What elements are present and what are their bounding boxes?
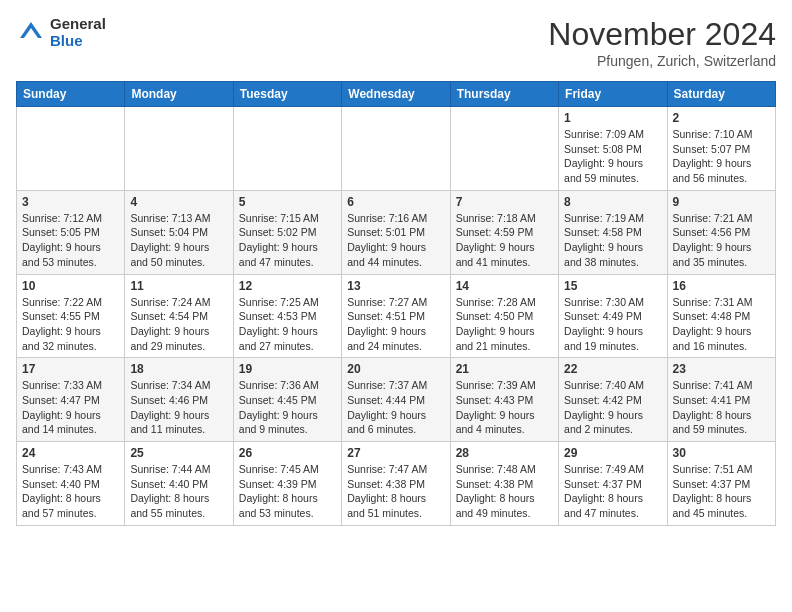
day-number: 21 [456, 362, 553, 376]
calendar-cell: 15Sunrise: 7:30 AMSunset: 4:49 PMDayligh… [559, 274, 667, 358]
weekday-header: Tuesday [233, 82, 341, 107]
day-number: 4 [130, 195, 227, 209]
calendar-cell: 12Sunrise: 7:25 AMSunset: 4:53 PMDayligh… [233, 274, 341, 358]
calendar-cell: 16Sunrise: 7:31 AMSunset: 4:48 PMDayligh… [667, 274, 775, 358]
calendar-cell [233, 107, 341, 191]
day-info: Sunrise: 7:16 AMSunset: 5:01 PMDaylight:… [347, 211, 444, 270]
day-number: 25 [130, 446, 227, 460]
calendar-cell: 26Sunrise: 7:45 AMSunset: 4:39 PMDayligh… [233, 442, 341, 526]
day-info: Sunrise: 7:49 AMSunset: 4:37 PMDaylight:… [564, 462, 661, 521]
day-info: Sunrise: 7:21 AMSunset: 4:56 PMDaylight:… [673, 211, 770, 270]
calendar-header-row: SundayMondayTuesdayWednesdayThursdayFrid… [17, 82, 776, 107]
calendar-cell: 22Sunrise: 7:40 AMSunset: 4:42 PMDayligh… [559, 358, 667, 442]
weekday-header: Monday [125, 82, 233, 107]
logo-icon [16, 18, 46, 48]
logo-text: General Blue [50, 16, 106, 49]
day-info: Sunrise: 7:13 AMSunset: 5:04 PMDaylight:… [130, 211, 227, 270]
day-info: Sunrise: 7:51 AMSunset: 4:37 PMDaylight:… [673, 462, 770, 521]
day-info: Sunrise: 7:25 AMSunset: 4:53 PMDaylight:… [239, 295, 336, 354]
day-number: 28 [456, 446, 553, 460]
day-number: 16 [673, 279, 770, 293]
calendar-cell: 10Sunrise: 7:22 AMSunset: 4:55 PMDayligh… [17, 274, 125, 358]
calendar-cell: 5Sunrise: 7:15 AMSunset: 5:02 PMDaylight… [233, 190, 341, 274]
calendar-week-row: 3Sunrise: 7:12 AMSunset: 5:05 PMDaylight… [17, 190, 776, 274]
day-info: Sunrise: 7:12 AMSunset: 5:05 PMDaylight:… [22, 211, 119, 270]
day-number: 29 [564, 446, 661, 460]
calendar-week-row: 17Sunrise: 7:33 AMSunset: 4:47 PMDayligh… [17, 358, 776, 442]
weekday-header: Sunday [17, 82, 125, 107]
calendar-cell: 9Sunrise: 7:21 AMSunset: 4:56 PMDaylight… [667, 190, 775, 274]
calendar-cell: 4Sunrise: 7:13 AMSunset: 5:04 PMDaylight… [125, 190, 233, 274]
calendar-cell: 27Sunrise: 7:47 AMSunset: 4:38 PMDayligh… [342, 442, 450, 526]
day-info: Sunrise: 7:45 AMSunset: 4:39 PMDaylight:… [239, 462, 336, 521]
calendar-cell [450, 107, 558, 191]
day-info: Sunrise: 7:09 AMSunset: 5:08 PMDaylight:… [564, 127, 661, 186]
day-info: Sunrise: 7:34 AMSunset: 4:46 PMDaylight:… [130, 378, 227, 437]
weekday-header: Thursday [450, 82, 558, 107]
calendar-week-row: 24Sunrise: 7:43 AMSunset: 4:40 PMDayligh… [17, 442, 776, 526]
day-number: 18 [130, 362, 227, 376]
day-number: 11 [130, 279, 227, 293]
day-number: 27 [347, 446, 444, 460]
day-info: Sunrise: 7:31 AMSunset: 4:48 PMDaylight:… [673, 295, 770, 354]
day-info: Sunrise: 7:18 AMSunset: 4:59 PMDaylight:… [456, 211, 553, 270]
calendar-table: SundayMondayTuesdayWednesdayThursdayFrid… [16, 81, 776, 526]
calendar-cell: 11Sunrise: 7:24 AMSunset: 4:54 PMDayligh… [125, 274, 233, 358]
calendar-cell: 14Sunrise: 7:28 AMSunset: 4:50 PMDayligh… [450, 274, 558, 358]
calendar-cell: 20Sunrise: 7:37 AMSunset: 4:44 PMDayligh… [342, 358, 450, 442]
day-number: 12 [239, 279, 336, 293]
day-info: Sunrise: 7:40 AMSunset: 4:42 PMDaylight:… [564, 378, 661, 437]
day-info: Sunrise: 7:43 AMSunset: 4:40 PMDaylight:… [22, 462, 119, 521]
day-number: 14 [456, 279, 553, 293]
day-info: Sunrise: 7:36 AMSunset: 4:45 PMDaylight:… [239, 378, 336, 437]
weekday-header: Wednesday [342, 82, 450, 107]
day-info: Sunrise: 7:47 AMSunset: 4:38 PMDaylight:… [347, 462, 444, 521]
calendar-cell: 6Sunrise: 7:16 AMSunset: 5:01 PMDaylight… [342, 190, 450, 274]
calendar-cell: 28Sunrise: 7:48 AMSunset: 4:38 PMDayligh… [450, 442, 558, 526]
logo-blue: Blue [50, 33, 106, 50]
title-block: November 2024 Pfungen, Zurich, Switzerla… [548, 16, 776, 69]
calendar-cell [17, 107, 125, 191]
day-number: 8 [564, 195, 661, 209]
day-number: 7 [456, 195, 553, 209]
logo-general: General [50, 16, 106, 33]
day-info: Sunrise: 7:15 AMSunset: 5:02 PMDaylight:… [239, 211, 336, 270]
calendar-cell: 30Sunrise: 7:51 AMSunset: 4:37 PMDayligh… [667, 442, 775, 526]
calendar-cell: 29Sunrise: 7:49 AMSunset: 4:37 PMDayligh… [559, 442, 667, 526]
day-number: 6 [347, 195, 444, 209]
calendar-cell: 3Sunrise: 7:12 AMSunset: 5:05 PMDaylight… [17, 190, 125, 274]
calendar-cell: 2Sunrise: 7:10 AMSunset: 5:07 PMDaylight… [667, 107, 775, 191]
day-number: 20 [347, 362, 444, 376]
calendar-cell [125, 107, 233, 191]
calendar-cell: 17Sunrise: 7:33 AMSunset: 4:47 PMDayligh… [17, 358, 125, 442]
day-number: 10 [22, 279, 119, 293]
day-info: Sunrise: 7:33 AMSunset: 4:47 PMDaylight:… [22, 378, 119, 437]
day-info: Sunrise: 7:37 AMSunset: 4:44 PMDaylight:… [347, 378, 444, 437]
day-number: 30 [673, 446, 770, 460]
day-info: Sunrise: 7:27 AMSunset: 4:51 PMDaylight:… [347, 295, 444, 354]
calendar-cell: 19Sunrise: 7:36 AMSunset: 4:45 PMDayligh… [233, 358, 341, 442]
calendar-week-row: 10Sunrise: 7:22 AMSunset: 4:55 PMDayligh… [17, 274, 776, 358]
calendar-cell [342, 107, 450, 191]
day-info: Sunrise: 7:10 AMSunset: 5:07 PMDaylight:… [673, 127, 770, 186]
day-number: 23 [673, 362, 770, 376]
weekday-header: Saturday [667, 82, 775, 107]
calendar-cell: 21Sunrise: 7:39 AMSunset: 4:43 PMDayligh… [450, 358, 558, 442]
day-number: 3 [22, 195, 119, 209]
day-number: 26 [239, 446, 336, 460]
calendar-cell: 7Sunrise: 7:18 AMSunset: 4:59 PMDaylight… [450, 190, 558, 274]
calendar-cell: 13Sunrise: 7:27 AMSunset: 4:51 PMDayligh… [342, 274, 450, 358]
day-info: Sunrise: 7:44 AMSunset: 4:40 PMDaylight:… [130, 462, 227, 521]
day-info: Sunrise: 7:39 AMSunset: 4:43 PMDaylight:… [456, 378, 553, 437]
day-info: Sunrise: 7:22 AMSunset: 4:55 PMDaylight:… [22, 295, 119, 354]
calendar-cell: 8Sunrise: 7:19 AMSunset: 4:58 PMDaylight… [559, 190, 667, 274]
day-number: 5 [239, 195, 336, 209]
day-number: 22 [564, 362, 661, 376]
calendar-cell: 24Sunrise: 7:43 AMSunset: 4:40 PMDayligh… [17, 442, 125, 526]
day-info: Sunrise: 7:24 AMSunset: 4:54 PMDaylight:… [130, 295, 227, 354]
day-info: Sunrise: 7:30 AMSunset: 4:49 PMDaylight:… [564, 295, 661, 354]
day-number: 24 [22, 446, 119, 460]
month-title: November 2024 [548, 16, 776, 53]
page-header: General Blue November 2024 Pfungen, Zuri… [16, 16, 776, 69]
day-number: 17 [22, 362, 119, 376]
